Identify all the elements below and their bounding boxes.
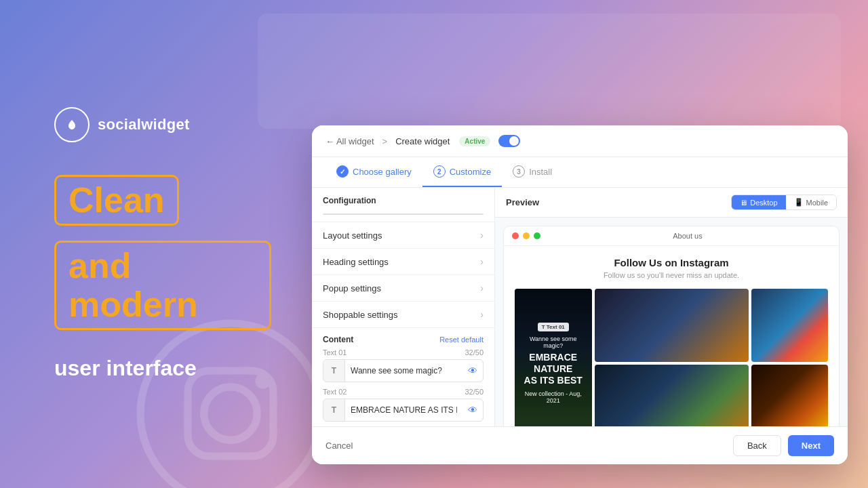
preview-mobile-label: Mobile [806,199,828,207]
widget-card: About us Follow Us on Instagram Follow u… [503,226,840,426]
follow-subtitle: Follow us so you'll never miss an update… [515,271,828,279]
chevron-right-icon: › [480,256,484,267]
tab-mobile[interactable]: Mobile [403,214,484,215]
chevron-right-icon: › [480,309,484,320]
left-panel: Configuration Desktop Mobile Layout sett… [312,188,495,426]
text-field-group-2: Text 02 32/50 T 👁 [312,388,494,426]
content-title: Content [323,335,353,344]
brand-area: socialwidget Clean and modern user inter… [0,0,312,488]
step-3-label: Install [529,167,552,177]
breadcrumb-current: Create widget [395,136,450,146]
text01-count: 32/50 [465,348,484,357]
preview-desktop-btn[interactable]: 🖥 Desktop [732,195,785,209]
chevron-right-icon: › [480,230,484,241]
eye-icon-1[interactable]: 👁 [462,365,483,376]
breadcrumb-separator: > [382,136,388,146]
text02-count: 32/50 [465,388,484,396]
shoppable-settings-item[interactable]: Shoppable settings › [312,301,494,327]
photo-camping-night [595,289,749,362]
popup-settings-label: Popup settings [323,283,381,293]
back-button[interactable]: Back [733,435,781,456]
grid-cell-bottom-left [595,365,749,426]
step-2-label: Customize [450,167,491,177]
step-choose-gallery[interactable]: ✓ Choose gallery [326,157,422,187]
preview-mobile-btn[interactable]: 📱 Mobile [786,195,836,209]
layout-settings-label: Layout settings [323,230,382,241]
step-1-num: ✓ [336,165,349,178]
content-section-header: Content Reset default [312,327,494,348]
mobile-icon: 📱 [794,198,804,207]
layout-settings-item[interactable]: Layout settings › [312,222,494,248]
text02-input[interactable] [345,401,462,419]
step-customize[interactable]: 2 Customize [422,157,502,187]
text01-badge: T Text 01 [538,323,569,331]
footer-right-buttons: Back Next [733,435,834,456]
shoppable-settings-label: Shoppable settings [323,310,398,320]
background-blurred-widget [258,14,841,129]
heading-settings-item[interactable]: Heading settings › [312,248,494,274]
grid-cell-top-right [751,289,829,362]
logo-icon [54,107,90,142]
grid-cell-bottom-right [751,365,829,426]
active-toggle[interactable] [498,135,520,147]
text-field-row-1: T 👁 [323,359,484,382]
step-3-num: 3 [513,165,525,178]
follow-title: Follow Us on Instagram [515,257,828,268]
grid-cell-center: T Text 01 Wanne see some magic? EMBRACE … [515,289,592,426]
wizard-steps: ✓ Choose gallery 2 Customize 3 Install [312,157,848,188]
modal-header: ← All widget > Create widget Active [312,125,848,157]
reset-default-link[interactable]: Reset default [439,336,484,344]
preview-header: Preview 🖥 Desktop 📱 Mobile [495,188,848,218]
modal-body: Configuration Desktop Mobile Layout sett… [312,188,848,426]
brand-name: socialwidget [98,116,190,134]
preview-device-buttons: 🖥 Desktop 📱 Mobile [731,195,837,210]
create-widget-modal: ← All widget > Create widget Active ✓ Ch… [312,125,848,464]
text02-label: Text 02 [323,388,347,396]
logo-row: socialwidget [54,107,271,142]
next-button[interactable]: Next [788,435,834,456]
headline-line2: and modern [68,246,198,324]
widget-content: Follow Us on Instagram Follow us so you'… [504,246,839,426]
step-2-num: 2 [433,165,446,178]
photo-tent-blue [751,289,829,362]
text-type-icon-1: T [323,360,345,382]
text-field-label-2: Text 02 32/50 [323,388,484,396]
overlay-text3: New collection - Aug, 2021 [520,390,587,404]
headline-box-1: Clean [54,175,179,226]
widget-card-header: About us [504,226,839,246]
text01-input[interactable] [345,362,462,380]
text-type-icon-2: T [323,399,345,421]
configuration-title: Configuration [312,188,494,209]
window-dot-green [534,232,540,239]
preview-title: Preview [506,197,539,207]
step-1-label: Choose gallery [353,167,412,177]
image-grid: T Text 01 Wanne see some magic? EMBRACE … [515,289,828,426]
modal-footer: Cancel Back Next [312,426,848,464]
desktop-icon: 🖥 [740,199,747,207]
eye-icon-2[interactable]: 👁 [462,405,483,415]
photo-camping2 [595,365,749,426]
chevron-right-icon: › [480,283,484,293]
tab-desktop[interactable]: Desktop [323,214,403,215]
step-install[interactable]: 3 Install [502,157,563,187]
text-field-label-1: Text 01 32/50 [323,348,484,357]
overlay-content: T Text 01 Wanne see some magic? EMBRACE … [515,289,592,426]
text-field-row-2: T 👁 [323,399,484,422]
preview-desktop-label: Desktop [750,199,777,207]
cancel-button[interactable]: Cancel [326,441,353,451]
overlay-text1: Wanne see some magic? [520,336,587,349]
popup-settings-item[interactable]: Popup settings › [312,274,494,301]
active-badge: Active [459,136,490,146]
overlay-text2: EMBRACE NATUREAS ITS BEST [520,352,587,386]
device-tabs: Desktop Mobile [323,214,484,215]
window-dot-red [512,232,519,239]
headline-box-2: and modern [54,241,271,330]
heading-settings-label: Heading settings [323,257,389,267]
text-field-group-1: Text 01 32/50 T 👁 [312,348,494,388]
grid-cell-top-left [595,289,749,362]
text01-label: Text 01 [323,348,347,357]
breadcrumb-all-widget[interactable]: ← All widget [326,136,374,146]
headline-line1: Clean [68,180,165,220]
headline-line3: user interface [54,356,271,381]
window-dot-yellow [523,232,530,239]
